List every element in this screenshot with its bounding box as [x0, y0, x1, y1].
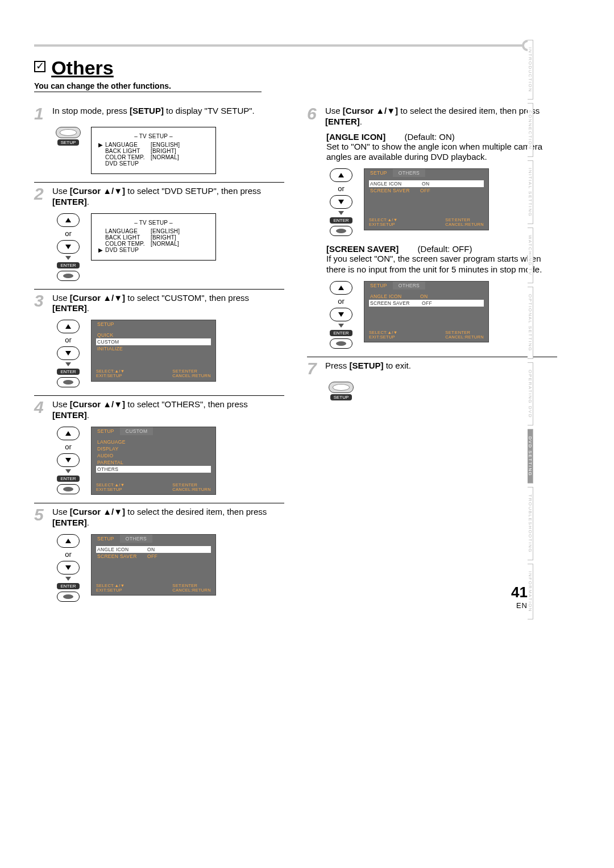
panel-tab: SETUP	[92, 427, 120, 435]
enter-button-label: ENTER	[57, 476, 79, 482]
menu-row: INITIALIZE	[96, 345, 211, 352]
menu-row: PARENTAL	[96, 459, 211, 466]
step-number: 2	[34, 186, 48, 201]
setup-menu-panel: SETUP QUICK CUSTOM INITIALIZE SELECT:▲/▼…	[91, 320, 216, 382]
enter-button-label: ENTER	[57, 583, 79, 589]
setup-button-label: SETUP	[57, 139, 80, 146]
side-tab-active: DVD SETTING	[528, 429, 533, 483]
option-heading: [SCREEN SAVER] (Default: OFF)	[326, 244, 557, 254]
page-heading: Others You can change the other function…	[34, 57, 580, 92]
or-label: or	[65, 229, 72, 238]
enter-button-icon	[57, 377, 80, 387]
setup-button-icon	[56, 127, 81, 138]
menu-row: AUDIO	[96, 452, 211, 459]
arrow-down-icon	[338, 324, 344, 328]
enter-button-label: ENTER	[330, 217, 352, 224]
step-6: 6 Use [Cursor ▲/▼] to select the desired…	[307, 106, 557, 349]
step-1: 1 In stop mode, press [SETUP] to display…	[34, 106, 284, 174]
panel-tab: CUSTOM	[120, 427, 153, 435]
others-menu-panel: SETUP OTHERS ANGLE ICONON SCREEN SAVEROF…	[364, 281, 489, 343]
remote-cursor-enter: or ENTER	[53, 213, 83, 281]
enter-button-label: ENTER	[57, 262, 79, 268]
option-description: If you select "ON", the screen saver pro…	[326, 254, 557, 275]
arrow-down-icon	[338, 211, 344, 215]
step-text: Use [Cursor ▲/▼] to select the desired i…	[325, 106, 557, 127]
menu-row-selected: ANGLE ICONON	[96, 546, 211, 553]
enter-button-icon	[57, 484, 80, 494]
step-number: 6	[307, 106, 321, 121]
page-lang: EN	[511, 601, 528, 610]
setup-button-icon	[329, 382, 354, 393]
cursor-up-icon	[57, 320, 80, 333]
setup-button-label: SETUP	[330, 394, 352, 400]
menu-row: ANGLE ICONON	[369, 180, 484, 187]
cursor-down-icon	[330, 195, 352, 209]
right-column: 6 Use [Cursor ▲/▼] to select the desired…	[307, 100, 557, 610]
cursor-up-icon	[330, 168, 352, 182]
side-tab: CONNECTION	[528, 103, 533, 157]
step-number: 7	[307, 361, 321, 376]
menu-row: SCREEN SAVEROFF	[369, 300, 484, 307]
panel-footer: SELECT:▲/▼EXIT:SETUP SET:ENTERCANCEL:RET…	[92, 582, 215, 596]
or-label: or	[338, 184, 345, 193]
remote-setup-button: SETUP	[53, 127, 83, 146]
side-tab: INFORMATION	[528, 564, 533, 619]
or-label: or	[65, 443, 72, 451]
cursor-down-icon	[57, 240, 80, 254]
side-tab: TROUBLESHOOTING	[528, 487, 533, 560]
arrow-down-icon	[65, 469, 71, 473]
remote-cursor-enter: or ENTER	[53, 534, 83, 602]
cursor-down-icon	[57, 346, 80, 360]
option-heading: [ANGLE ICON] (Default: ON)	[326, 132, 557, 142]
remote-cursor-enter: or ENTER	[326, 168, 356, 236]
menu-row-selected: CUSTOM	[96, 338, 211, 345]
menu-row: SCREEN SAVEROFF	[369, 187, 484, 194]
enter-button-icon	[57, 271, 80, 281]
menu-row: ANGLE ICONON	[369, 293, 484, 300]
arrow-down-icon	[65, 577, 71, 581]
enter-button-icon	[330, 338, 352, 349]
step-5: 5 Use [Cursor ▲/▼] to select the desired…	[34, 503, 284, 602]
option-description: Set to "ON" to show the angle icon when …	[326, 142, 557, 163]
step-text: In stop mode, press [SETUP] to display "…	[52, 106, 284, 117]
step-text: Use [Cursor ▲/▼] to select "OTHERS", the…	[52, 399, 284, 421]
panel-tab: SETUP	[364, 169, 393, 177]
cursor-up-icon	[57, 213, 80, 227]
remote-setup-button: SETUP	[326, 382, 356, 400]
enter-button-icon	[330, 226, 352, 236]
menu-row: DISPLAY	[96, 445, 211, 452]
step-3: 3 Use [Cursor ▲/▼] to select "CUSTOM", t…	[34, 289, 284, 388]
others-menu-panel: SETUP OTHERS ANGLE ICONON SCREEN SAVEROF…	[91, 534, 216, 596]
custom-menu-panel: SETUP CUSTOM LANGUAGE DISPLAY AUDIO PARE…	[91, 427, 216, 495]
panel-tab: OTHERS	[393, 169, 425, 177]
step-7: 7 Press [SETUP] to exit. SETUP	[307, 357, 557, 400]
panel-title: – TV SETUP –	[98, 220, 209, 226]
cursor-up-icon	[57, 427, 80, 440]
page-number: 41	[511, 584, 528, 601]
step-text: Use [Cursor ▲/▼] to select the desired i…	[52, 507, 284, 528]
side-tab: INTRODUCTION	[528, 40, 533, 100]
others-menu-panel: SETUP OTHERS ANGLE ICONON SCREEN SAVEROF…	[364, 168, 489, 230]
cursor-down-icon	[330, 308, 352, 321]
side-tab: OPERATING DVD	[528, 362, 533, 425]
tv-setup-panel: – TV SETUP – LANGUAGE[ENGLISH] BACK LIGH…	[91, 213, 216, 261]
remote-cursor-enter: or ENTER	[53, 320, 83, 387]
or-label: or	[338, 297, 345, 305]
or-label: or	[65, 550, 72, 559]
page-subtitle: You can change the other functions.	[34, 81, 262, 92]
side-tab: OPTIONAL SETTING	[528, 287, 533, 359]
remote-cursor-enter: or ENTER	[326, 281, 356, 349]
step-4: 4 Use [Cursor ▲/▼] to select "OTHERS", t…	[34, 395, 284, 495]
step-number: 1	[34, 106, 48, 121]
panel-tab: OTHERS	[120, 535, 152, 543]
step-number: 5	[34, 507, 48, 522]
step-text: Press [SETUP] to exit.	[325, 361, 557, 371]
enter-button-label: ENTER	[57, 369, 79, 375]
cursor-up-icon	[330, 281, 352, 295]
side-tabs: INTRODUCTION CONNECTION INITIAL SETTING …	[528, 40, 536, 623]
panel-footer: SELECT:▲/▼EXIT:SETUP SET:ENTERCANCEL:RET…	[364, 329, 488, 342]
panel-footer: SELECT:▲/▼EXIT:SETUP SET:ENTERCANCEL:RET…	[92, 482, 215, 495]
panel-tab: SETUP	[92, 535, 120, 543]
manual-page: INTRODUCTION CONNECTION INITIAL SETTING …	[0, 0, 614, 633]
step-text: Use [Cursor ▲/▼] to select "CUSTOM", the…	[52, 293, 284, 315]
